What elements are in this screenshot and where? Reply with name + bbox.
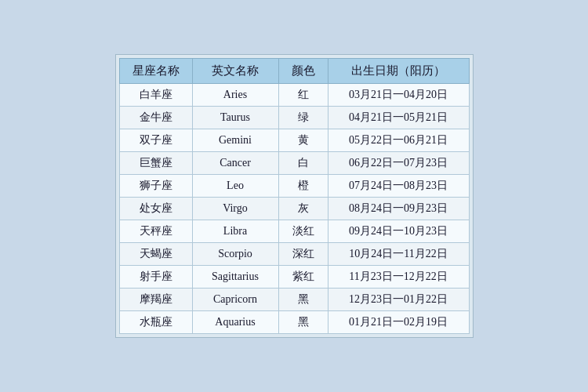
cell-chinese: 摩羯座 — [119, 289, 192, 311]
table-row: 双子座Gemini黄05月22日一06月21日 — [119, 129, 469, 152]
table-row: 金牛座Taurus绿04月21日一05月21日 — [119, 107, 469, 129]
cell-date: 01月21日一02月19日 — [328, 311, 469, 334]
cell-date: 04月21日一05月21日 — [328, 107, 469, 129]
cell-chinese: 狮子座 — [119, 175, 192, 198]
header-color: 颜色 — [278, 59, 328, 84]
cell-color: 紫红 — [278, 266, 328, 289]
cell-color: 绿 — [278, 107, 328, 129]
zodiac-table-container: 星座名称 英文名称 颜色 出生日期（阳历） 白羊座Aries红03月21日一04… — [115, 54, 474, 338]
cell-chinese: 天秤座 — [119, 220, 192, 243]
cell-english: Sagittarius — [192, 266, 278, 289]
header-chinese: 星座名称 — [119, 59, 192, 84]
cell-date: 03月21日一04月20日 — [328, 84, 469, 107]
cell-date: 05月22日一06月21日 — [328, 129, 469, 152]
cell-color: 淡红 — [278, 220, 328, 243]
table-row: 射手座Sagittarius紫红11月23日一12月22日 — [119, 266, 469, 289]
cell-color: 橙 — [278, 175, 328, 198]
cell-color: 黑 — [278, 289, 328, 311]
table-row: 水瓶座Aquarius黑01月21日一02月19日 — [119, 311, 469, 334]
cell-color: 白 — [278, 152, 328, 175]
table-row: 天蝎座Scorpio深红10月24日一11月22日 — [119, 243, 469, 266]
cell-date: 07月24日一08月23日 — [328, 175, 469, 198]
cell-english: Capricorn — [192, 289, 278, 311]
cell-english: Leo — [192, 175, 278, 198]
table-row: 摩羯座Capricorn黑12月23日一01月22日 — [119, 289, 469, 311]
cell-english: Scorpio — [192, 243, 278, 266]
cell-chinese: 水瓶座 — [119, 311, 192, 334]
table-row: 巨蟹座Cancer白06月22日一07月23日 — [119, 152, 469, 175]
cell-color: 红 — [278, 84, 328, 107]
cell-english: Taurus — [192, 107, 278, 129]
cell-chinese: 射手座 — [119, 266, 192, 289]
cell-chinese: 白羊座 — [119, 84, 192, 107]
table-row: 狮子座Leo橙07月24日一08月23日 — [119, 175, 469, 198]
cell-english: Cancer — [192, 152, 278, 175]
cell-date: 08月24日一09月23日 — [328, 198, 469, 220]
table-row: 白羊座Aries红03月21日一04月20日 — [119, 84, 469, 107]
table-header-row: 星座名称 英文名称 颜色 出生日期（阳历） — [119, 59, 469, 84]
header-date: 出生日期（阳历） — [328, 59, 469, 84]
zodiac-table: 星座名称 英文名称 颜色 出生日期（阳历） 白羊座Aries红03月21日一04… — [119, 58, 470, 334]
cell-chinese: 双子座 — [119, 129, 192, 152]
cell-chinese: 金牛座 — [119, 107, 192, 129]
table-row: 处女座Virgo灰08月24日一09月23日 — [119, 198, 469, 220]
cell-chinese: 巨蟹座 — [119, 152, 192, 175]
cell-date: 06月22日一07月23日 — [328, 152, 469, 175]
cell-color: 黑 — [278, 311, 328, 334]
cell-date: 09月24日一10月23日 — [328, 220, 469, 243]
cell-chinese: 处女座 — [119, 198, 192, 220]
header-english: 英文名称 — [192, 59, 278, 84]
cell-english: Aquarius — [192, 311, 278, 334]
table-row: 天秤座Libra淡红09月24日一10月23日 — [119, 220, 469, 243]
cell-english: Libra — [192, 220, 278, 243]
cell-color: 黄 — [278, 129, 328, 152]
cell-english: Aries — [192, 84, 278, 107]
cell-chinese: 天蝎座 — [119, 243, 192, 266]
cell-english: Virgo — [192, 198, 278, 220]
cell-date: 12月23日一01月22日 — [328, 289, 469, 311]
cell-english: Gemini — [192, 129, 278, 152]
cell-date: 10月24日一11月22日 — [328, 243, 469, 266]
cell-date: 11月23日一12月22日 — [328, 266, 469, 289]
cell-color: 灰 — [278, 198, 328, 220]
cell-color: 深红 — [278, 243, 328, 266]
